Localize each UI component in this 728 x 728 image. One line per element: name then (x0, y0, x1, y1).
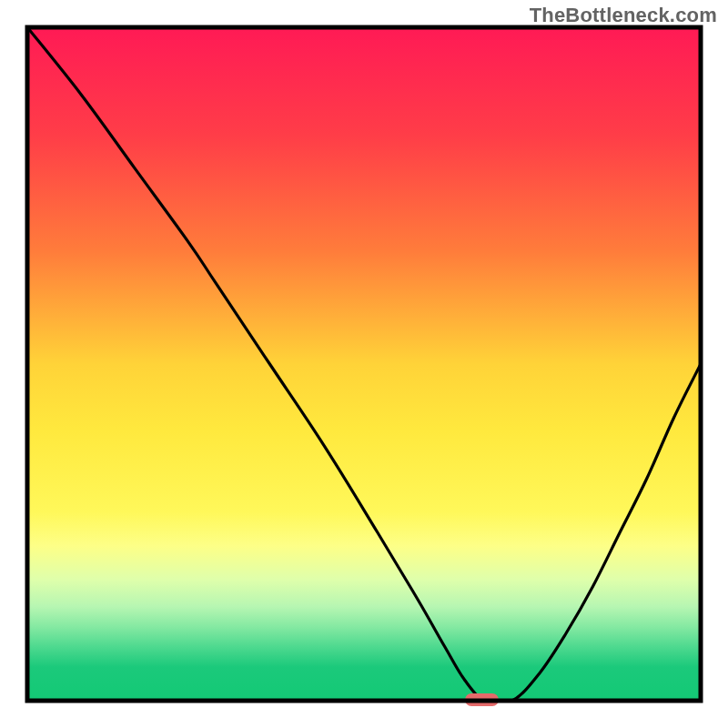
gradient-fill (27, 27, 701, 701)
watermark-text: TheBottleneck.com (530, 4, 717, 27)
chart-frame: TheBottleneck.com (0, 0, 728, 728)
bottleneck-chart (0, 0, 728, 728)
